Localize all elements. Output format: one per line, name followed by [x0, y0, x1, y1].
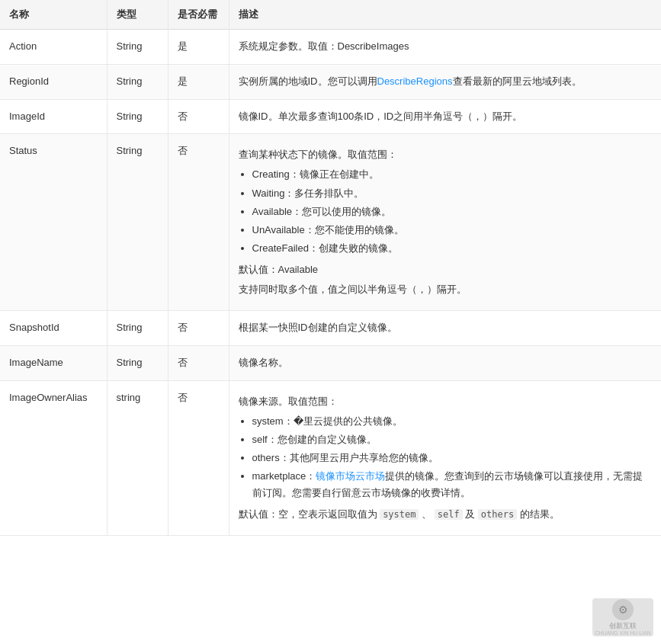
table-row: RegionIdString是实例所属的地域ID。您可以调用DescribeRe… — [0, 64, 661, 99]
desc-intro: 镜像来源。取值范围： — [239, 393, 653, 410]
list-item: self：您创建的自定义镜像。 — [252, 431, 653, 448]
table-row: ImageOwnerAliasstring否镜像来源。取值范围：system：�… — [0, 380, 661, 536]
list-item: others：其他阿里云用户共享给您的镜像。 — [252, 450, 653, 466]
cell-desc: 系统规定参数。取值：DescribeImages — [229, 30, 661, 65]
cell-required: 是 — [168, 64, 229, 99]
cell-desc: 根据某一快照ID创建的自定义镜像。 — [229, 311, 661, 346]
desc-intro: 查询某种状态下的镜像。取值范围： — [239, 146, 653, 163]
cell-name: ImageId — [0, 99, 107, 134]
cell-required: 否 — [168, 380, 229, 536]
cell-type: String — [107, 30, 168, 65]
list-item: Creating：镜像正在创建中。 — [252, 166, 653, 183]
cell-type: string — [107, 380, 168, 536]
code-value: system — [380, 509, 419, 520]
header-required: 是否必需 — [168, 0, 229, 30]
api-params-table: 名称 类型 是否必需 描述 ActionString是系统规定参数。取值：Des… — [0, 0, 661, 536]
desc-list: system：�里云提供的公共镜像。self：您创建的自定义镜像。others：… — [239, 413, 653, 501]
cell-type: String — [107, 134, 168, 311]
cell-type: String — [107, 99, 168, 134]
list-item: Waiting：多任务排队中。 — [252, 185, 653, 202]
desc-text-after: 查看最新的阿里云地域列表。 — [453, 75, 582, 87]
cell-type: String — [107, 64, 168, 99]
cell-desc: 查询某种状态下的镜像。取值范围：Creating：镜像正在创建中。Waiting… — [229, 134, 661, 311]
cell-desc: 镜像ID。单次最多查询100条ID，ID之间用半角逗号（，）隔开。 — [229, 99, 661, 134]
desc-link[interactable]: DescribeRegions — [377, 75, 453, 87]
list-item: marketplace：镜像市场云市场提供的镜像。您查询到的云市场镜像可以直接使… — [252, 468, 653, 501]
code-value: self — [435, 509, 463, 520]
cell-desc: 镜像名称。 — [229, 345, 661, 380]
table-row: SnapshotIdString否根据某一快照ID创建的自定义镜像。 — [0, 311, 661, 346]
table-row: StatusString否查询某种状态下的镜像。取值范围：Creating：镜像… — [0, 134, 661, 311]
desc-text-before: 实例所属的地域ID。您可以调用 — [239, 75, 377, 87]
cell-required: 否 — [168, 345, 229, 380]
cell-name: Status — [0, 134, 107, 311]
header-name: 名称 — [0, 0, 107, 30]
cell-type: String — [107, 345, 168, 380]
list-item: CreateFailed：创建失败的镜像。 — [252, 240, 653, 257]
cell-name: Action — [0, 30, 107, 65]
list-item: system：�里云提供的公共镜像。 — [252, 413, 653, 430]
table-header-row: 名称 类型 是否必需 描述 — [0, 0, 661, 30]
cell-type: String — [107, 311, 168, 346]
table-row: ImageIdString否镜像ID。单次最多查询100条ID，ID之间用半角逗… — [0, 99, 661, 134]
desc-default-complex: 默认值：空，空表示返回取值为 system 、 self 及 others 的结… — [239, 506, 653, 523]
table-row: ImageNameString否镜像名称。 — [0, 345, 661, 380]
header-desc: 描述 — [229, 0, 661, 30]
cell-name: ImageName — [0, 345, 107, 380]
list-item: UnAvailable：您不能使用的镜像。 — [252, 222, 653, 239]
desc-link[interactable]: 镜像市场云市场 — [316, 470, 385, 482]
cell-required: 否 — [168, 134, 229, 311]
cell-name: SnapshotId — [0, 311, 107, 346]
cell-required: 否 — [168, 99, 229, 134]
list-item: Available：您可以使用的镜像。 — [252, 203, 653, 220]
cell-required: 是 — [168, 30, 229, 65]
cell-name: ImageOwnerAlias — [0, 380, 107, 536]
desc-extra: 支持同时取多个值，值之间以半角逗号（，）隔开。 — [239, 281, 653, 298]
cell-name: RegionId — [0, 64, 107, 99]
desc-default: 默认值：Available — [239, 261, 653, 278]
header-type: 类型 — [107, 0, 168, 30]
cell-desc: 实例所属的地域ID。您可以调用DescribeRegions查看最新的阿里云地域… — [229, 64, 661, 99]
table-row: ActionString是系统规定参数。取值：DescribeImages — [0, 30, 661, 65]
cell-required: 否 — [168, 311, 229, 346]
code-value: others — [478, 509, 517, 520]
cell-desc: 镜像来源。取值范围：system：�里云提供的公共镜像。self：您创建的自定义… — [229, 380, 661, 536]
desc-list: Creating：镜像正在创建中。Waiting：多任务排队中。Availabl… — [239, 166, 653, 256]
